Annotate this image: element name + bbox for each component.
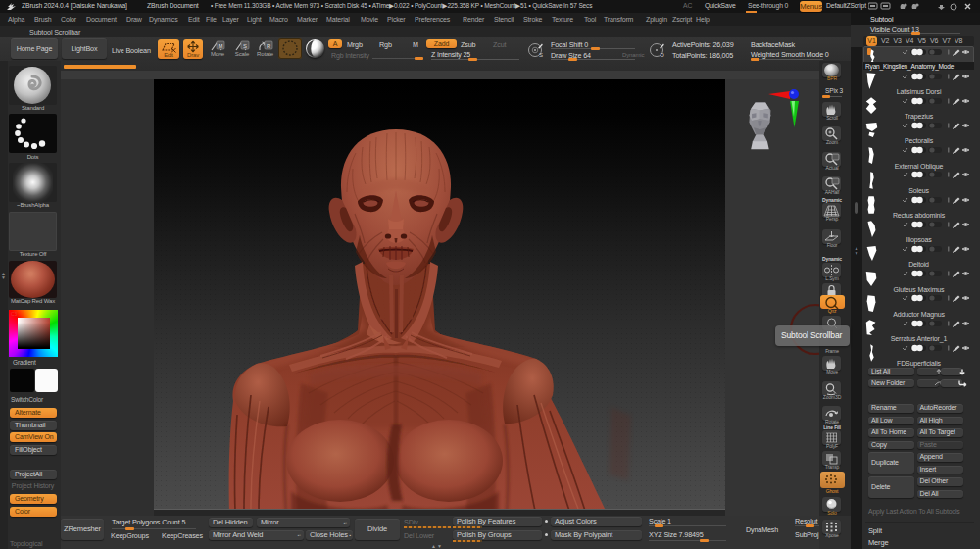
svg-text:D: D [661, 52, 665, 58]
svg-text:S: S [243, 43, 247, 49]
svg-text:S: S [539, 52, 543, 58]
svg-text:M: M [219, 43, 223, 49]
